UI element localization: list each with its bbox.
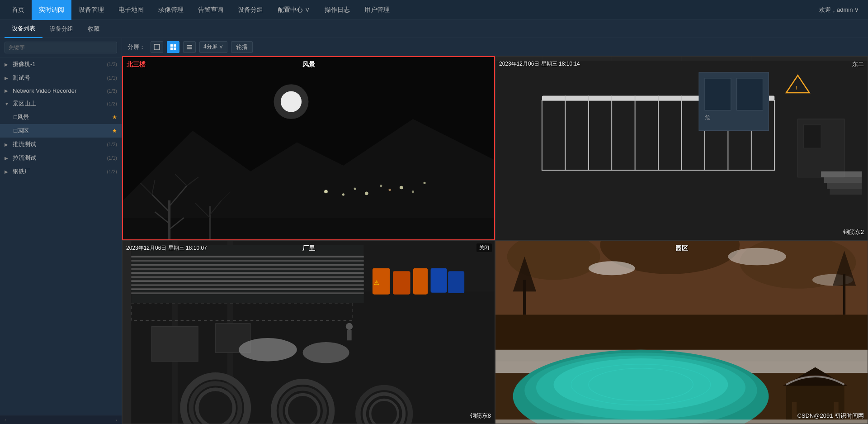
nav-device-group[interactable]: 设备分组 — [231, 0, 270, 20]
nav-user-info[interactable]: 欢迎，admin ∨ — [819, 6, 863, 14]
feed-factory-top: 危 ! — [495, 57, 868, 240]
search-input[interactable] — [5, 42, 117, 53]
star-park[interactable]: ★ — [112, 128, 117, 134]
cell3-close-btn[interactable]: 关闭 — [476, 243, 492, 252]
video-area: 分屏： — [122, 38, 868, 424]
svg-rect-94 — [151, 326, 198, 361]
tree-count-pushtest: (1/2) — [107, 142, 117, 147]
nav-realtime[interactable]: 实时调阅 — [32, 0, 71, 20]
svg-point-20 — [412, 191, 414, 193]
carousel-label: 轮播 — [236, 43, 248, 51]
svg-point-16 — [365, 191, 368, 195]
svg-rect-0 — [154, 44, 160, 50]
video-cell-4[interactable]: 园区 CSDN@2091 初识时间网 — [495, 240, 868, 424]
fullscreen-btn[interactable] — [151, 41, 163, 53]
tree-item-pulltest[interactable]: ▶ 拉流测试 (1/1) — [0, 151, 122, 165]
tree-count-scenic: (1/2) — [107, 101, 117, 106]
svg-rect-67 — [827, 183, 862, 189]
feed-night-mountain — [123, 57, 494, 239]
sidebar-scroll-right[interactable]: › — [115, 417, 117, 423]
svg-point-118 — [728, 248, 786, 265]
top-navigation: 首页 实时调阅 设备管理 电子地图 录像管理 告警查询 设备分组 配置中心 ∨ … — [0, 0, 868, 20]
nav-home[interactable]: 首页 — [5, 0, 32, 20]
fullscreen-icon — [154, 44, 160, 50]
svg-rect-58 — [705, 78, 731, 110]
tree-item-camera1[interactable]: ▶ 摄像机-1 (1/2) — [0, 57, 122, 71]
tree-label-steelfactory: 钢铁厂 — [13, 167, 107, 176]
svg-rect-109 — [347, 330, 351, 340]
tree-item-pushtest[interactable]: ▶ 推流测试 (1/2) — [0, 138, 122, 151]
tree-item-scenic[interactable]: ▼ 景区山上 (1/2) — [0, 97, 122, 110]
svg-rect-4 — [174, 48, 176, 50]
svg-rect-66 — [824, 177, 862, 183]
tree-label-scenic: 景区山上 — [13, 100, 107, 108]
carousel-btn[interactable]: 轮播 — [231, 41, 253, 53]
sidebar-scroll-left[interactable]: ‹ — [5, 417, 6, 423]
tree-arrow-testnum: ▶ — [5, 76, 11, 81]
svg-rect-5 — [187, 45, 192, 46]
tree-item-steelfactory[interactable]: ▶ 钢铁厂 (1/2) — [0, 165, 122, 178]
svg-point-129 — [554, 358, 728, 411]
factory-top-svg: 危 ! — [495, 57, 868, 240]
nav-device-manage[interactable]: 设备管理 — [71, 0, 111, 20]
feed-nature — [495, 241, 868, 424]
tree-arrow-steelfactory: ▶ — [5, 169, 11, 174]
nav-config[interactable]: 配置中心 ∨ — [270, 0, 317, 20]
tree-item-park[interactable]: □园区 ★ — [0, 124, 122, 138]
svg-rect-135 — [792, 402, 797, 419]
tab-device-group[interactable]: 设备分组 — [42, 20, 80, 38]
feed-factory-bottom: ⚠ — [123, 241, 495, 424]
cell4-label-tc: 园区 — [675, 244, 688, 252]
svg-rect-65 — [821, 172, 862, 177]
split4-dropdown[interactable]: 4分屏 ∨ — [199, 41, 227, 53]
svg-point-17 — [380, 185, 382, 187]
svg-point-103 — [287, 394, 319, 424]
tab-device-list[interactable]: 设备列表 — [5, 20, 42, 38]
svg-rect-91 — [413, 268, 428, 294]
svg-text:⚠: ⚠ — [374, 279, 379, 286]
svg-rect-92 — [431, 268, 447, 292]
video-cell-3[interactable]: ⚠ 2023年12月06日 星期三 18:10:07 厂里 关闭 钢筋东8 — [122, 240, 495, 424]
factory-bottom-svg: ⚠ — [123, 241, 495, 424]
nav-alarm[interactable]: 告警查询 — [191, 0, 231, 20]
tab-favorites[interactable]: 收藏 — [80, 20, 107, 38]
split-label: 分屏： — [127, 43, 145, 51]
tree-arrow-nvr: ▶ — [5, 88, 11, 93]
svg-point-13 — [324, 190, 328, 194]
svg-point-10 — [274, 84, 309, 119]
nav-oplog[interactable]: 操作日志 — [317, 0, 357, 20]
star-scenery[interactable]: ★ — [112, 114, 117, 120]
svg-point-18 — [389, 189, 391, 191]
tree-label-pulltest: 拉流测试 — [13, 154, 107, 162]
svg-rect-59 — [737, 78, 763, 110]
svg-point-21 — [423, 182, 425, 184]
cell3-label-br: 钢筋东8 — [470, 412, 491, 420]
list-btn[interactable] — [183, 41, 196, 53]
video-cell-2[interactable]: 危 ! 2023年12月06日 星期三 18:10:14 — [495, 56, 868, 240]
svg-rect-78 — [131, 245, 363, 303]
svg-point-97 — [303, 342, 349, 363]
main-layout: ▶ 摄像机-1 (1/2) ▶ 测试号 (1/1) ▶ Network Vide… — [0, 38, 868, 424]
grid4-btn[interactable] — [167, 41, 179, 53]
grid4-icon — [170, 44, 176, 50]
svg-text:!: ! — [796, 85, 797, 91]
tree-item-scenery[interactable]: □风景 ★ — [0, 110, 122, 124]
nav-user-manage[interactable]: 用户管理 — [357, 0, 397, 20]
sidebar-search-container — [0, 38, 122, 57]
svg-point-108 — [346, 323, 353, 329]
svg-point-14 — [342, 193, 344, 195]
nav-recording[interactable]: 录像管理 — [151, 0, 191, 20]
night-scene-svg — [123, 57, 494, 239]
tree-item-nvr[interactable]: ▶ Network Video Recorder (1/3) — [0, 85, 122, 97]
sidebar-footer: ‹ › — [0, 415, 122, 424]
tree-item-testnum[interactable]: ▶ 测试号 (1/1) — [0, 71, 122, 85]
svg-rect-6 — [187, 47, 192, 48]
svg-rect-2 — [174, 44, 176, 47]
tree-label-scenery: □风景 — [14, 113, 110, 121]
svg-text:危: 危 — [705, 114, 710, 120]
video-cell-1[interactable]: 北三楼 风景 — [122, 56, 495, 240]
cell2-timestamp: 2023年12月06日 星期三 18:10:14 — [499, 60, 580, 68]
nature-svg — [495, 241, 868, 424]
tree-count-pulltest: (1/1) — [107, 155, 117, 161]
nav-emap[interactable]: 电子地图 — [111, 0, 151, 20]
